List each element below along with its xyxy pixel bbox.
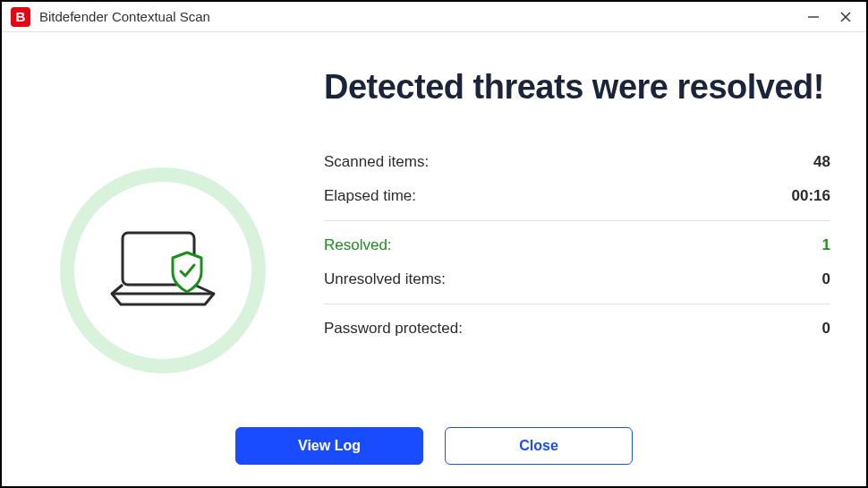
minimize-button[interactable] — [807, 11, 820, 23]
resolved-value: 1 — [822, 236, 830, 254]
scanned-value: 48 — [813, 153, 830, 171]
footer-buttons: View Log Close — [2, 427, 866, 486]
close-icon — [839, 11, 852, 23]
stat-row-resolved: Resolved: 1 — [324, 228, 830, 262]
stat-row-password: Password protected: 0 — [324, 312, 830, 346]
stat-row-elapsed: Elapsed time: 00:16 — [324, 179, 830, 213]
close-window-button[interactable] — [839, 11, 852, 23]
status-graphic-column — [38, 68, 288, 427]
stats-list: Scanned items: 48 Elapsed time: 00:16 Re… — [324, 145, 830, 346]
headline: Detected threats were resolved! — [324, 68, 830, 107]
scanned-label: Scanned items: — [324, 153, 429, 171]
resolved-label: Resolved: — [324, 236, 392, 254]
minimize-icon — [807, 11, 820, 23]
app-logo-icon: B — [11, 7, 30, 27]
elapsed-value: 00:16 — [792, 187, 830, 205]
elapsed-label: Elapsed time: — [324, 187, 416, 205]
titlebar: B Bitdefender Contextual Scan — [2, 2, 866, 32]
laptop-shield-icon — [105, 226, 221, 315]
results-column: Detected threats were resolved! Scanned … — [288, 68, 830, 427]
app-logo-letter: B — [16, 9, 26, 24]
unresolved-label: Unresolved items: — [324, 270, 446, 288]
divider — [324, 304, 830, 304]
app-window: B Bitdefender Contextual Scan — [0, 0, 868, 488]
close-button[interactable]: Close — [445, 427, 633, 465]
password-value: 0 — [822, 320, 830, 338]
unresolved-value: 0 — [822, 270, 830, 288]
stat-row-scanned: Scanned items: 48 — [324, 145, 830, 179]
divider — [324, 220, 830, 221]
password-label: Password protected: — [324, 320, 463, 338]
view-log-button[interactable]: View Log — [235, 427, 423, 465]
content-area: Detected threats were resolved! Scanned … — [2, 32, 866, 427]
stat-row-unresolved: Unresolved items: 0 — [324, 262, 830, 296]
status-circle — [60, 167, 266, 373]
window-title: Bitdefender Contextual Scan — [39, 9, 807, 24]
window-controls — [807, 11, 859, 23]
